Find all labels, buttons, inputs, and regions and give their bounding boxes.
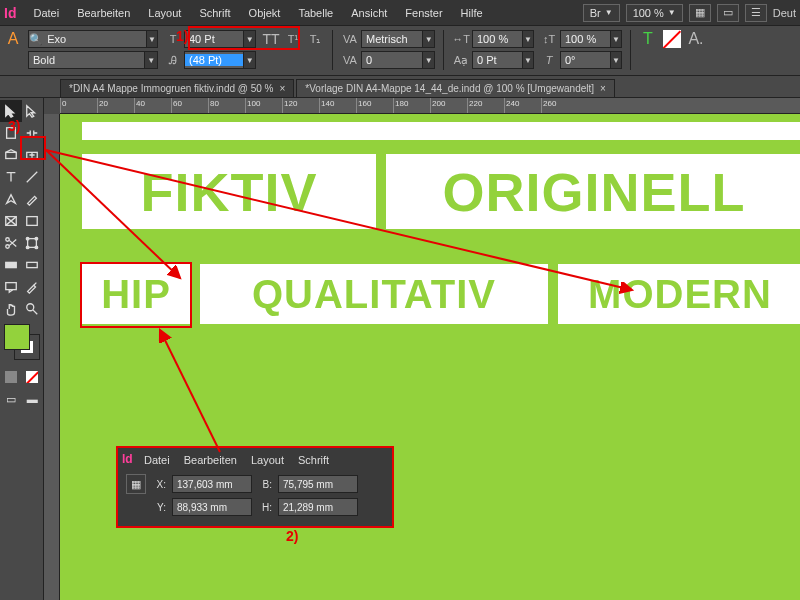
- h-input[interactable]: [279, 502, 357, 513]
- vscale-input[interactable]: [561, 33, 610, 45]
- all-caps-icon[interactable]: TT: [262, 30, 280, 48]
- close-icon[interactable]: ×: [280, 83, 286, 94]
- menu-objekt[interactable]: Objekt: [240, 3, 290, 23]
- pencil-tool[interactable]: [22, 188, 44, 210]
- menu-schrift[interactable]: Schrift: [190, 3, 239, 23]
- baseline-input[interactable]: [473, 54, 522, 66]
- anno-menu-layout[interactable]: Layout: [251, 454, 284, 466]
- anno-menu-schrift[interactable]: Schrift: [298, 454, 329, 466]
- content-collector-tool[interactable]: [0, 144, 22, 166]
- view-options-icon[interactable]: ▦: [689, 4, 711, 22]
- chevron-down-icon[interactable]: ▼: [243, 31, 255, 47]
- gap-tool[interactable]: [22, 122, 44, 144]
- content-placer-tool[interactable]: [22, 144, 44, 166]
- char-style-icon[interactable]: A.: [687, 30, 705, 48]
- chevron-down-icon[interactable]: ▼: [243, 52, 255, 68]
- menu-ansicht[interactable]: Ansicht: [342, 3, 396, 23]
- rectangle-tool[interactable]: [22, 210, 44, 232]
- menu-datei[interactable]: Datei: [24, 3, 68, 23]
- gradient-swatch-tool[interactable]: [0, 254, 22, 276]
- type-tool[interactable]: [0, 166, 22, 188]
- no-fill-icon[interactable]: [663, 30, 681, 48]
- scissors-tool[interactable]: [0, 232, 22, 254]
- tracking-field[interactable]: ▼: [361, 51, 435, 69]
- skew-field[interactable]: ▼: [560, 51, 622, 69]
- text-frame[interactable]: MODERN: [558, 264, 800, 324]
- free-transform-tool[interactable]: [22, 232, 44, 254]
- apply-none-icon[interactable]: [22, 366, 44, 388]
- baseline-field[interactable]: ▼: [472, 51, 534, 69]
- normal-view-icon[interactable]: ▭: [0, 388, 22, 410]
- superscript-icon[interactable]: T¹: [284, 30, 302, 48]
- app-logo[interactable]: Id: [4, 5, 16, 21]
- font-weight-field[interactable]: ▼: [28, 51, 158, 69]
- tracking-input[interactable]: [362, 54, 422, 66]
- hand-tool[interactable]: [0, 298, 22, 320]
- text-frame[interactable]: FIKTIV: [82, 154, 376, 229]
- kerning-field[interactable]: ▼: [361, 30, 435, 48]
- leading-field[interactable]: ▼: [184, 51, 256, 69]
- x-field[interactable]: [172, 475, 252, 493]
- menu-tabelle[interactable]: Tabelle: [289, 3, 342, 23]
- y-field[interactable]: [172, 498, 252, 516]
- selection-tool[interactable]: [0, 100, 22, 122]
- apply-color-icon[interactable]: [0, 366, 22, 388]
- font-size-input[interactable]: [185, 33, 243, 45]
- workspace-switcher[interactable]: Br▼: [583, 4, 620, 22]
- preview-view-icon[interactable]: ▬: [22, 388, 44, 410]
- skew-input[interactable]: [561, 54, 610, 66]
- hscale-input[interactable]: [473, 33, 522, 45]
- pen-tool[interactable]: [0, 188, 22, 210]
- direct-selection-tool[interactable]: [22, 100, 44, 122]
- subscript-icon[interactable]: T₁: [306, 30, 324, 48]
- vscale-field[interactable]: ▼: [560, 30, 622, 48]
- note-tool[interactable]: [0, 276, 22, 298]
- text-frame[interactable]: QUALITATIV: [200, 264, 548, 324]
- gradient-feather-tool[interactable]: [22, 254, 44, 276]
- font-weight-input[interactable]: [29, 54, 144, 66]
- document-tab[interactable]: *DIN A4 Mappe Immogruen fiktiv.indd @ 50…: [60, 79, 294, 97]
- anno-menu-datei[interactable]: Datei: [144, 454, 170, 466]
- font-size-field[interactable]: ▼: [184, 30, 256, 48]
- reference-point-icon[interactable]: ▦: [126, 474, 146, 494]
- line-tool[interactable]: [22, 166, 44, 188]
- zoom-tool[interactable]: [22, 298, 44, 320]
- rectangle-frame-tool[interactable]: [0, 210, 22, 232]
- fill-stroke-swatch[interactable]: [4, 324, 40, 360]
- document-canvas[interactable]: FIKTIVORIGINELLHIPQUALITATIVMODERN Id Da…: [60, 114, 800, 600]
- fill-swatch[interactable]: [4, 324, 30, 350]
- arrange-icon[interactable]: ☰: [745, 4, 767, 22]
- y-input[interactable]: [173, 502, 251, 513]
- x-input[interactable]: [173, 479, 251, 490]
- text-frame[interactable]: ORIGINELL: [386, 154, 800, 229]
- menu-bearbeiten[interactable]: Bearbeiten: [68, 3, 139, 23]
- chevron-down-icon[interactable]: ▼: [144, 52, 157, 68]
- character-mode-icon[interactable]: A: [4, 30, 22, 48]
- h-field[interactable]: [278, 498, 358, 516]
- chevron-down-icon[interactable]: ▼: [422, 52, 434, 68]
- document-tab[interactable]: *Vorlage DIN A4-Mappe 14_44_de.indd @ 10…: [296, 79, 615, 97]
- hscale-field[interactable]: ▼: [472, 30, 534, 48]
- eyedropper-tool[interactable]: [22, 276, 44, 298]
- menu-hilfe[interactable]: Hilfe: [452, 3, 492, 23]
- kerning-input[interactable]: [362, 33, 422, 45]
- menu-fenster[interactable]: Fenster: [396, 3, 451, 23]
- horizontal-ruler[interactable]: 020406080100120140160180200220240260: [60, 98, 800, 114]
- b-input[interactable]: [279, 479, 357, 490]
- vertical-ruler[interactable]: [44, 114, 60, 600]
- font-family-input[interactable]: [43, 33, 146, 45]
- chevron-down-icon[interactable]: ▼: [522, 31, 533, 47]
- screen-mode-icon[interactable]: ▭: [717, 4, 739, 22]
- menu-layout[interactable]: Layout: [139, 3, 190, 23]
- font-family-field[interactable]: 🔍 ▼: [28, 30, 158, 48]
- close-icon[interactable]: ×: [600, 83, 606, 94]
- fill-text-icon[interactable]: T: [639, 30, 657, 48]
- chevron-down-icon[interactable]: ▼: [146, 31, 157, 47]
- chevron-down-icon[interactable]: ▼: [610, 52, 621, 68]
- chevron-down-icon[interactable]: ▼: [422, 31, 434, 47]
- page-tool[interactable]: [0, 122, 22, 144]
- chevron-down-icon[interactable]: ▼: [522, 52, 533, 68]
- chevron-down-icon[interactable]: ▼: [610, 31, 621, 47]
- zoom-level[interactable]: 100 %▼: [626, 4, 683, 22]
- b-field[interactable]: [278, 475, 358, 493]
